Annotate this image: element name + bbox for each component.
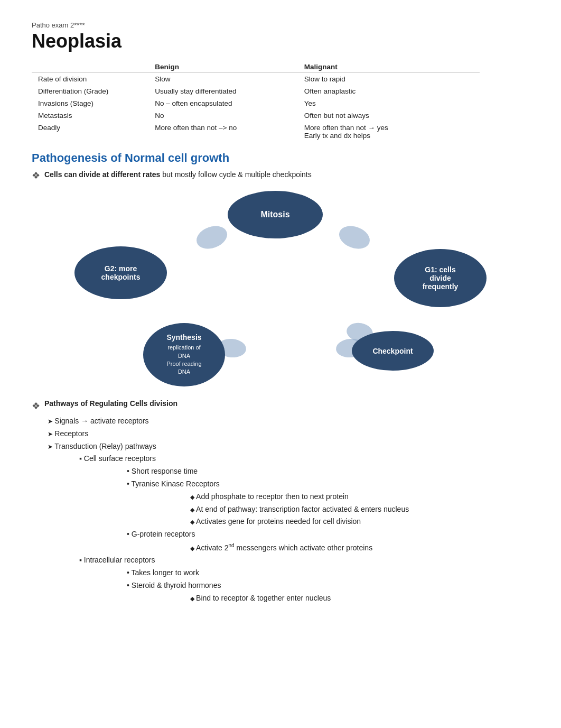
table-row: Invasions (Stage)No – often encapsulated… <box>32 97 480 109</box>
list-item-cell-surface: Cell surface receptors Short response ti… <box>79 453 529 554</box>
ellipse-g2: G2: morechekpoints <box>74 246 167 299</box>
list-item-takes-longer: Takes longer to work <box>127 567 529 579</box>
list-item-tyranise: Tyranise Kinase Receptors Add phosphate … <box>127 478 529 528</box>
list-item-short-response: Short response time <box>127 465 529 478</box>
ellipse-g1: G1: cellsdividefrequently <box>394 249 487 307</box>
bullet-cells-divide-text: Cells can divide at different rates but … <box>44 170 312 179</box>
list-item-bind-receptor: Bind to receptor & together enter nucleu… <box>190 592 529 605</box>
cell-cycle-diagram: Mitosis G1: cellsdividefrequently G2: mo… <box>74 191 487 386</box>
table-row: MetastasisNoOften but not always <box>32 109 480 122</box>
table-row: DeadlyMore often than not –> noMore ofte… <box>32 122 480 142</box>
pathways-list: Signals → activate receptors Receptors T… <box>48 415 529 605</box>
list-item-intracellular: Intracellular receptors Takes longer to … <box>79 554 529 604</box>
section-heading-pathogenesis: Pathogenesis of Normal cell growth <box>32 151 529 165</box>
ellipse-mitosis: Mitosis <box>228 191 323 238</box>
col-header-label <box>32 60 148 73</box>
list-item-gprotein: G-protein receptors Activate 2nd messeng… <box>127 528 529 554</box>
subtitle: Patho exam 2**** <box>32 21 529 29</box>
list-item-receptors: Receptors <box>48 428 529 440</box>
pathways-header-text: Pathways of Regulating Cells division <box>44 399 177 408</box>
col-header-malignant: Malignant <box>298 60 480 73</box>
table-row: Rate of divisionSlowSlow to rapid <box>32 73 480 86</box>
bullet-cells-divide: ❖ Cells can divide at different rates bu… <box>32 170 529 181</box>
page-title: Neoplasia <box>32 30 529 52</box>
ellipse-synthesis: Synthesis replication ofDNAProof reading… <box>143 323 225 386</box>
list-item-signals: Signals → activate receptors <box>48 415 529 428</box>
pathways-section: ❖ Pathways of Regulating Cells division … <box>32 399 529 605</box>
list-item-transcription: At end of pathway: transcription factor … <box>190 503 529 516</box>
diamond-icon-pathways: ❖ <box>32 400 40 412</box>
ellipse-checkpoint: Checkpoint <box>352 331 434 371</box>
table-row: Differentiation (Grade)Usually stay diff… <box>32 85 480 97</box>
list-item-activates-gene: Activates gene for proteins needed for c… <box>190 515 529 528</box>
list-item-2nd-messengers: Activate 2nd messengers which activate o… <box>190 541 529 554</box>
list-item-phosphate: Add phosphate to receptor then to next p… <box>190 491 529 503</box>
col-header-benign: Benign <box>148 60 298 73</box>
comparison-table: Benign Malignant Rate of divisionSlowSlo… <box>32 60 480 142</box>
diamond-icon: ❖ <box>32 170 40 181</box>
list-item-steroid: Steroid & thyroid hormones Bind to recep… <box>127 579 529 605</box>
list-item-transduction: Transduction (Relay) pathways Cell surfa… <box>48 440 529 605</box>
